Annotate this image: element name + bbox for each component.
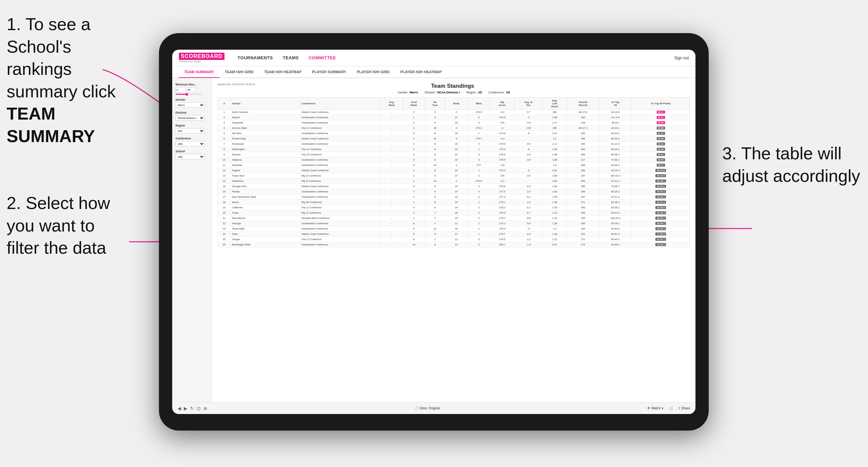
instruction-3: 3. The table will adjust accordingly (722, 143, 861, 187)
standings-title: Team Standings (258, 83, 647, 89)
region-label: Region: (466, 91, 476, 94)
region-value: All (478, 91, 482, 94)
tab-player-h2h-grid[interactable]: PLAYER H2H GRID (351, 67, 395, 78)
filter-bar-region: Region: All (466, 91, 482, 94)
table-row: 26 Mississippi State Southeastern Confer… (218, 242, 690, 247)
table-row: 19 California Pac-12 Conference - 4 8 24… (218, 205, 690, 210)
filter-school: School (All) (176, 150, 208, 159)
col-avg-low: Avg.LowScore (542, 98, 567, 110)
instruction-2: 2. Select how you want to filter the dat… (7, 192, 146, 259)
instruction-1: 1. To see a School's rankings summary cl… (7, 13, 132, 148)
col-avg-par: Avg. toPar (514, 98, 542, 110)
tab-team-h2h-grid[interactable]: TEAM H2H GRID (220, 67, 259, 78)
table-row: 11 Arkansas Southeastern Conference - 8 … (218, 163, 690, 168)
tablet-screen: SCOREBOARD Powered by clippd TOURNAMENTS… (172, 50, 695, 414)
filter-gender: Gender Men's (176, 98, 208, 107)
col-overall: OverallRecord (567, 98, 599, 110)
filter-min-input[interactable] (176, 87, 185, 92)
tab-player-h2h-heatmap[interactable]: PLAYER H2H HEATMAP (395, 67, 447, 78)
sub-nav: TEAM SUMMARY TEAM H2H GRID TEAM H2H HEAT… (172, 66, 695, 78)
col-avg-rank: Avg.Rank (380, 98, 403, 110)
logo-area: SCOREBOARD Powered by clippd (179, 53, 224, 63)
filter-region-label: Region (176, 124, 208, 127)
filters-panel: Minimum Rou... Gender Men's (172, 78, 212, 402)
table-row: 1 North Carolina Atlantic Coast Conferen… (218, 110, 690, 115)
forward-btn[interactable]: ▶ (184, 406, 187, 411)
table-row: 12 Virginia Atlantic Coast Conference - … (218, 168, 690, 173)
col-top50: Vs Top 50 Points (631, 98, 690, 110)
filter-conference: Conference (All) (176, 137, 208, 146)
col-conf-rank: ConfRank (403, 98, 425, 110)
tab-team-h2h-heatmap[interactable]: TEAM H2H HEATMAP (259, 67, 307, 78)
table-row: 9 Arizona Pac-12 Conference - 3 8 22 3 2… (218, 152, 690, 157)
refresh-btn[interactable]: ↻ (190, 406, 194, 411)
gender-label: Gender: (398, 91, 409, 94)
table-row: 2 Auburn Southeastern Conference - 1 9 2… (218, 115, 690, 120)
conference-value: All (506, 91, 510, 94)
col-school: School (231, 98, 301, 110)
nav-tournaments[interactable]: TOURNAMENTS (238, 55, 273, 60)
table-row: 6 Florida State Atlantic Coast Conferenc… (218, 136, 690, 142)
app-header: SCOREBOARD Powered by clippd TOURNAMENTS… (172, 50, 695, 66)
col-rank: # (218, 98, 231, 110)
share-alt-btn[interactable]: ⊡ (197, 406, 201, 411)
table-header-row: # School Conference Avg.Rank ConfRank No… (218, 98, 690, 110)
table-row: 17 East Tennessee State Southeastern Con… (218, 194, 690, 200)
share-btn[interactable]: ⇧ Share (678, 406, 690, 410)
filter-gender-select[interactable]: Men's (176, 102, 205, 107)
toolbar-center: 🕐 View: Original (415, 406, 440, 410)
filter-bar-conference: Conference: All (489, 91, 510, 94)
view-original-btn[interactable]: View: Original (420, 406, 440, 410)
gender-value: Men's (410, 91, 418, 94)
col-adj-score: Adj.Score (490, 98, 514, 110)
table-row: 24 Duke Atlantic Coast Conference - 5 9 … (218, 231, 690, 237)
filter-division: Division NCAA Division I (176, 111, 208, 121)
sign-out[interactable]: Sign out (674, 56, 689, 60)
filter-bar-division: Division: NCAA Division I (425, 91, 460, 94)
toolbar-right: 👁 Watch ▾ ⬜ ⇧ Share (647, 406, 690, 410)
more-btn[interactable]: ⊕ (203, 406, 207, 411)
update-time: Update time: 27/03/2024 16:56:26 (217, 83, 255, 86)
conference-label: Conference: (489, 91, 505, 94)
table-row: 14 Oklahoma Big 12 Conference - 2 24 2 2… (218, 179, 690, 184)
nav-committee[interactable]: COMMITTEE (309, 55, 336, 60)
filter-division-select[interactable]: NCAA Division I (176, 115, 205, 121)
col-conference: Conference (301, 98, 381, 110)
toolbar-left: ◀ ▶ ↻ ⊡ ⊕ (178, 406, 207, 411)
division-label: Division: (425, 91, 436, 94)
table-row: 3 Vanderbilt Southeastern Conference - 2… (218, 120, 690, 126)
tab-player-summary[interactable]: PLAYER SUMMARY (307, 67, 351, 78)
filter-conference-select[interactable]: (All) (176, 141, 205, 146)
instruction-1-bold: TEAM SUMMARY (7, 104, 95, 146)
logo-powered: Powered by clippd (179, 60, 200, 63)
filter-max-input[interactable] (186, 87, 196, 92)
filter-school-label: School (176, 150, 208, 153)
table-row: 15 Georgia Tech Atlantic Coast Conferenc… (218, 184, 690, 189)
table-row: 8 Washington Pac-12 Conference - 2 8 23 … (218, 147, 690, 152)
col-rnds: Rnds (445, 98, 468, 110)
filter-minimum-rounds-inputs (176, 87, 208, 92)
table-row: 23 Texas A&M Southeastern Conference - 9… (218, 226, 690, 231)
nav-teams[interactable]: TEAMS (283, 55, 299, 60)
table-row: 4 Arizona State Pac-12 Conference - 1 26… (218, 126, 690, 131)
filter-region-select[interactable]: N/A (176, 128, 205, 133)
table-row: 7 Tennessee Southeastern Conference - 4 … (218, 142, 690, 147)
share-icon[interactable]: ⬜ (669, 406, 673, 410)
filter-school-select[interactable]: (All) (176, 154, 205, 159)
filter-division-label: Division (176, 111, 208, 114)
back-btn[interactable]: ◀ (178, 406, 181, 411)
slider-track[interactable] (176, 94, 202, 95)
tablet: SCOREBOARD Powered by clippd TOURNAMENTS… (159, 33, 709, 431)
watch-btn[interactable]: 👁 Watch ▾ (647, 406, 663, 410)
filter-conference-label: Conference (176, 137, 208, 140)
table-row: 18 Illinois Big Ten Conference - 1 8 23 … (218, 200, 690, 205)
division-value: NCAA Division I (437, 91, 460, 94)
slider-thumb[interactable] (185, 93, 188, 96)
tab-team-summary[interactable]: TEAM SUMMARY (179, 67, 220, 78)
table-row: 20 Texas Big 12 Conference - 3 7 28 0 27… (218, 210, 690, 216)
filter-bar-gender: Gender: Men's (398, 91, 418, 94)
table-row: 10 Alabama Southeastern Conference - 5 8… (218, 157, 690, 163)
col-top25: Vs Top25 (599, 98, 631, 110)
filter-region: Region N/A (176, 124, 208, 133)
table-row: 22 Georgia Southeastern Conference - 8 7… (218, 221, 690, 226)
